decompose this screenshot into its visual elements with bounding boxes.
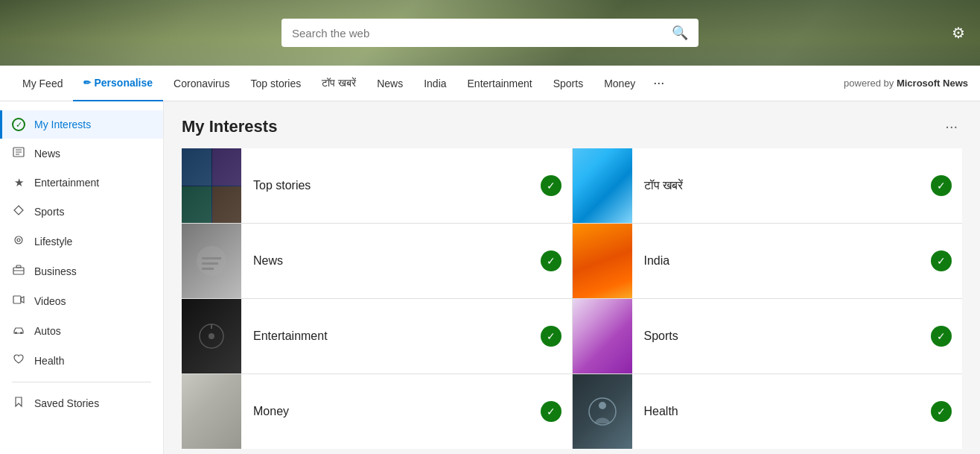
interest-label: Sports: [632, 330, 932, 343]
lifestyle-icon: [12, 234, 25, 249]
svg-point-13: [20, 332, 22, 334]
interests-grid: Top stories ✓ टॉप खबरें ✓ News ✓: [182, 148, 962, 449]
thumb-top-stories: [182, 148, 241, 223]
svg-rect-17: [202, 268, 214, 270]
interest-item-money[interactable]: Money ✓: [182, 374, 572, 449]
interest-label: Entertainment: [241, 330, 541, 343]
settings-button[interactable]: ⚙: [952, 24, 965, 42]
sidebar-item-autos[interactable]: Autos: [0, 316, 163, 346]
interest-item-india[interactable]: India ✓: [573, 224, 963, 298]
sidebar-item-sports[interactable]: Sports: [0, 197, 163, 227]
svg-point-14: [197, 246, 226, 276]
interest-label: Money: [241, 405, 541, 418]
nav-item-sports[interactable]: Sports: [543, 66, 594, 101]
nav-item-news[interactable]: News: [366, 66, 413, 101]
content-header: My Interests ···: [182, 116, 962, 136]
nav-more-button[interactable]: ···: [646, 66, 672, 101]
sidebar-item-saved-stories[interactable]: Saved Stories: [0, 388, 163, 418]
svg-point-19: [209, 333, 214, 339]
bookmark-icon: [12, 396, 25, 411]
svg-rect-16: [202, 262, 218, 265]
search-bar: 🔍: [281, 19, 699, 47]
sidebar-item-health[interactable]: Health: [0, 346, 163, 376]
sidebar-item-lifestyle[interactable]: Lifestyle: [0, 227, 163, 256]
interest-check-india: ✓: [931, 250, 952, 271]
interest-check-sports: ✓: [931, 326, 952, 347]
content-more-button[interactable]: ···: [941, 116, 962, 136]
svg-rect-8: [16, 265, 21, 268]
main-layout: ✓ My Interests News ★ Entertainment Spor…: [0, 101, 980, 454]
heart-icon: [12, 353, 25, 368]
interest-item-sports[interactable]: Sports ✓: [573, 299, 963, 373]
check-circle-icon: ✓: [12, 118, 25, 131]
sidebar: ✓ My Interests News ★ Entertainment Spor…: [0, 101, 164, 454]
interest-check-top-stories: ✓: [541, 175, 561, 196]
interest-check-news: ✓: [541, 250, 561, 271]
sidebar-item-my-interests[interactable]: ✓ My Interests: [0, 110, 163, 139]
thumb-entertainment: [182, 299, 241, 373]
video-icon: [12, 294, 25, 309]
thumb-sports: [573, 299, 632, 373]
car-icon: [12, 324, 25, 338]
interest-check-entertainment: ✓: [541, 326, 561, 347]
search-container: 🔍: [281, 19, 699, 47]
interest-label: टॉप खबरें: [632, 179, 932, 192]
nav-item-money[interactable]: Money: [594, 66, 646, 101]
sidebar-divider: [12, 382, 151, 382]
newspaper-icon: [12, 146, 25, 161]
interest-label: News: [241, 254, 541, 268]
gear-icon: ⚙: [952, 25, 965, 41]
svg-point-22: [599, 402, 606, 409]
powered-by: powered by Microsoft News: [844, 78, 968, 89]
interest-label: India: [632, 254, 932, 268]
interest-item-top-stories[interactable]: Top stories ✓: [182, 148, 572, 223]
sidebar-item-business[interactable]: Business: [0, 256, 163, 286]
nav-item-india[interactable]: India: [413, 66, 456, 101]
thumb-news: [182, 224, 241, 298]
interest-check-money: ✓: [541, 401, 561, 422]
nav-item-personalise[interactable]: ✏ Personalise: [73, 66, 163, 101]
search-button[interactable]: 🔍: [672, 25, 688, 41]
svg-marker-4: [14, 206, 23, 215]
search-input[interactable]: [292, 27, 666, 40]
svg-rect-10: [13, 296, 21, 303]
svg-rect-15: [202, 257, 221, 259]
interest-check-hindi: ✓: [931, 175, 952, 196]
star-icon: ★: [12, 176, 25, 189]
svg-marker-11: [21, 297, 24, 303]
nav-item-top-stories[interactable]: Top stories: [241, 66, 312, 101]
hero-banner: 🔍 ⚙: [0, 0, 980, 66]
edit-icon: ✏: [83, 78, 91, 88]
interest-item-health[interactable]: Health ✓: [573, 374, 963, 449]
sidebar-item-entertainment[interactable]: ★ Entertainment: [0, 168, 163, 197]
thumb-hindi: [573, 148, 632, 223]
interest-label: Top stories: [241, 179, 541, 192]
nav-item-coronavirus[interactable]: Coronavirus: [163, 66, 240, 101]
nav-item-entertainment[interactable]: Entertainment: [457, 66, 543, 101]
interest-item-news[interactable]: News ✓: [182, 224, 572, 298]
navigation-bar: My Feed ✏ Personalise Coronavirus Top st…: [0, 66, 980, 101]
nav-item-my-feed[interactable]: My Feed: [12, 66, 73, 101]
interest-label: Health: [632, 405, 932, 418]
interest-check-health: ✓: [931, 401, 952, 422]
interest-item-entertainment[interactable]: Entertainment ✓: [182, 299, 572, 373]
svg-point-6: [17, 239, 20, 242]
diamond-icon: [12, 204, 25, 219]
sidebar-item-videos[interactable]: Videos: [0, 286, 163, 316]
svg-point-12: [15, 332, 17, 334]
page-title: My Interests: [182, 117, 277, 136]
thumb-money: [182, 374, 241, 449]
interest-item-hindi-news[interactable]: टॉप खबरें ✓: [573, 148, 963, 223]
nav-item-hindi[interactable]: टॉप खबरें: [311, 66, 366, 101]
thumb-health: [573, 374, 632, 449]
sidebar-item-news[interactable]: News: [0, 139, 163, 168]
business-icon: [12, 264, 25, 279]
svg-point-5: [15, 236, 22, 244]
main-content: My Interests ··· Top stories ✓ टॉप खबरें: [164, 101, 980, 454]
thumb-india: [573, 224, 632, 298]
